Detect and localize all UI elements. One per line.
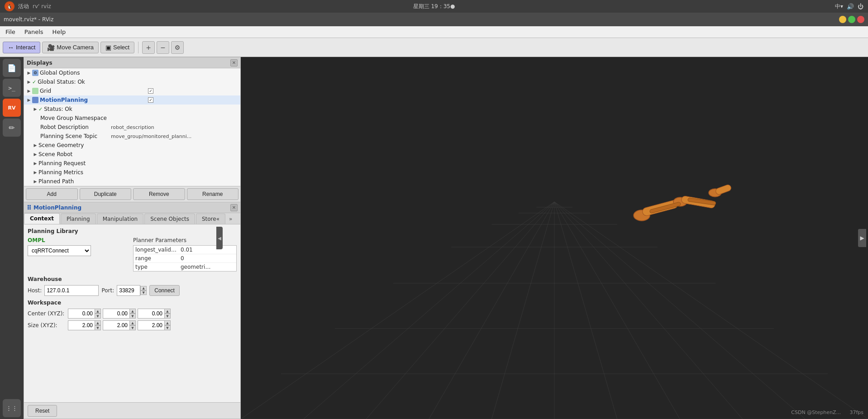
size-y-up-button[interactable]: ▲ bbox=[129, 320, 136, 325]
tree-item-planning-scene-topic[interactable]: Planning Scene Topic move_group/monitore… bbox=[24, 132, 240, 141]
remove-display-button[interactable]: Remove bbox=[133, 188, 185, 200]
size-z-input[interactable] bbox=[138, 320, 165, 330]
left-sidebar-icons: 📄 >_ RV ✏ ⋮⋮ bbox=[0, 57, 24, 419]
tree-item-robot-desc[interactable]: Robot Description robot_description bbox=[24, 123, 240, 132]
center-x-up-button[interactable]: ▲ bbox=[95, 309, 101, 314]
port-input[interactable] bbox=[117, 285, 140, 296]
size-x-input[interactable] bbox=[68, 320, 95, 330]
viewport-right-arrow[interactable]: ▶ bbox=[858, 229, 866, 247]
center-y-down-button[interactable]: ▼ bbox=[129, 314, 136, 319]
host-input[interactable] bbox=[44, 285, 99, 296]
menu-help[interactable]: Help bbox=[49, 28, 70, 36]
size-label: Size (XYZ): bbox=[28, 322, 66, 329]
sidebar-icon-file[interactable]: 📄 bbox=[3, 59, 21, 77]
tab-planning[interactable]: Planning bbox=[61, 214, 96, 224]
tree-item-move-group-ns[interactable]: Move Group Namespace bbox=[24, 114, 240, 123]
grid-checkbox[interactable] bbox=[148, 88, 153, 94]
global-options-label: Global Options bbox=[40, 70, 240, 76]
tree-item-planned-path[interactable]: ▶ Planned Path bbox=[24, 177, 240, 186]
add-display-button[interactable]: Add bbox=[26, 188, 78, 200]
size-z-up-button[interactable]: ▲ bbox=[164, 320, 171, 325]
system-datetime: 星期三 19：35● bbox=[413, 3, 455, 10]
collapse-handle[interactable]: ◀ bbox=[216, 227, 223, 249]
app-window: movelt.rviz* - RViz File Panels Help ↔ I… bbox=[0, 13, 868, 419]
sidebar-icon-rviz[interactable]: RV bbox=[3, 99, 21, 117]
config-icon-button[interactable]: ⚙ bbox=[171, 41, 184, 54]
size-z-down-button[interactable]: ▼ bbox=[164, 325, 171, 330]
port-down-button[interactable]: ▼ bbox=[140, 290, 147, 295]
center-z-up-button[interactable]: ▲ bbox=[164, 309, 171, 314]
center-y-input[interactable] bbox=[103, 309, 130, 319]
center-x-spinbox: ▲ ▼ bbox=[68, 309, 101, 319]
planning-library-title: Planning Library bbox=[28, 228, 237, 234]
interact-button[interactable]: ↔ Interact bbox=[3, 42, 40, 53]
bottom-bar: Reset bbox=[24, 402, 240, 419]
select-label: Select bbox=[113, 44, 129, 51]
center-y-up-button[interactable]: ▲ bbox=[129, 309, 136, 314]
menu-file[interactable]: File bbox=[2, 28, 19, 36]
warehouse-section: Warehouse Host: Port: ▲ ▼ bbox=[28, 276, 237, 296]
tab-store[interactable]: Store« bbox=[196, 214, 225, 224]
center-y-spinbox: ▲ ▼ bbox=[103, 309, 136, 319]
sidebar-icon-grid[interactable]: ⋮⋮ bbox=[3, 399, 21, 417]
sidebar-icon-text[interactable]: ✏ bbox=[3, 119, 21, 137]
move-camera-icon: 🎥 bbox=[47, 44, 55, 51]
add-icon-button[interactable]: + bbox=[142, 41, 155, 54]
connect-button[interactable]: Connect bbox=[149, 285, 180, 296]
maximize-button[interactable] bbox=[848, 16, 855, 23]
tree-item-planning-metrics[interactable]: ▶ Planning Metrics bbox=[24, 168, 240, 177]
subtract-icon-button[interactable]: − bbox=[157, 41, 169, 54]
reset-button[interactable]: Reset bbox=[28, 405, 57, 417]
port-up-button[interactable]: ▲ bbox=[140, 286, 147, 290]
size-x-down-button[interactable]: ▼ bbox=[95, 325, 101, 330]
displays-panel-header: Displays ✕ bbox=[24, 57, 240, 68]
tree-item-global-options[interactable]: ▶ ⚙ Global Options bbox=[24, 68, 240, 77]
ubuntu-logo-icon[interactable]: 🐧 bbox=[5, 1, 14, 11]
tree-item-status-ok[interactable]: ▶ ✓ Status: Ok bbox=[24, 105, 240, 114]
params-row-2: type geometric::cqR... bbox=[134, 263, 236, 271]
tab-scene-objects[interactable]: Scene Objects bbox=[144, 214, 195, 224]
tree-item-motion-planning[interactable]: ▶ MotionPlanning bbox=[24, 95, 240, 105]
watermark-label: CSDN @StephenZ... bbox=[791, 409, 841, 415]
minimize-button[interactable] bbox=[839, 16, 846, 23]
center-z-input[interactable] bbox=[138, 309, 165, 319]
tree-item-global-status[interactable]: ▶ ✓ Global Status: Ok bbox=[24, 77, 240, 86]
center-z-down-button[interactable]: ▼ bbox=[164, 314, 171, 319]
move-camera-button[interactable]: 🎥 Move Camera bbox=[42, 42, 99, 53]
tree-item-scene-geometry[interactable]: ▶ Scene Geometry bbox=[24, 141, 240, 150]
size-y-down-button[interactable]: ▼ bbox=[129, 325, 136, 330]
motion-planning-checkbox[interactable] bbox=[148, 97, 153, 103]
robot-arm-svg bbox=[615, 157, 741, 247]
displays-panel-close[interactable]: ✕ bbox=[230, 59, 238, 67]
tree-item-scene-robot[interactable]: ▶ Scene Robot bbox=[24, 150, 240, 159]
select-button[interactable]: ▣ Select bbox=[100, 42, 134, 53]
tab-manipulation[interactable]: Manipulation bbox=[97, 214, 144, 224]
center-x-down-button[interactable]: ▼ bbox=[95, 314, 101, 319]
size-y-input[interactable] bbox=[103, 320, 130, 330]
planner-select[interactable]: cqRRTConnect RRTConnect RRT PRM bbox=[28, 245, 91, 256]
title-bar-controls bbox=[839, 16, 864, 23]
viewport-3d[interactable]: CSDN @StephenZ... 37fps ▶ bbox=[241, 57, 868, 419]
select-icon: ▣ bbox=[105, 44, 111, 51]
tree-item-planning-request[interactable]: ▶ Planning Request bbox=[24, 159, 240, 168]
tab-more-button[interactable]: » bbox=[226, 214, 235, 224]
system-activity-label: 活动 bbox=[18, 3, 29, 10]
tab-context[interactable]: Context bbox=[24, 213, 60, 224]
status-nested-ok-icon: ✓ bbox=[38, 106, 43, 112]
motion-planning-panel-close[interactable]: ✕ bbox=[230, 204, 238, 211]
port-label: Port: bbox=[101, 287, 114, 294]
size-x-up-button[interactable]: ▲ bbox=[95, 320, 101, 325]
center-x-input[interactable] bbox=[68, 309, 95, 319]
menu-bar: File Panels Help bbox=[0, 26, 868, 38]
params-row-1: range 0 bbox=[134, 254, 236, 263]
system-bar: 🐧 活动 rv' rviz 星期三 19：35● 中▾ 🔊 ⏻ bbox=[0, 0, 868, 13]
duplicate-display-button[interactable]: Duplicate bbox=[80, 188, 132, 200]
menu-panels[interactable]: Panels bbox=[21, 28, 47, 36]
rename-display-button[interactable]: Rename bbox=[187, 188, 239, 200]
sidebar-icon-terminal[interactable]: >_ bbox=[3, 79, 21, 97]
tree-item-grid[interactable]: ▶ Grid bbox=[24, 86, 240, 95]
close-button[interactable] bbox=[857, 16, 864, 23]
host-label: Host: bbox=[28, 287, 42, 294]
fps-display: 37fps bbox=[849, 409, 863, 415]
expand-icon-scene-robot: ▶ bbox=[32, 151, 38, 157]
